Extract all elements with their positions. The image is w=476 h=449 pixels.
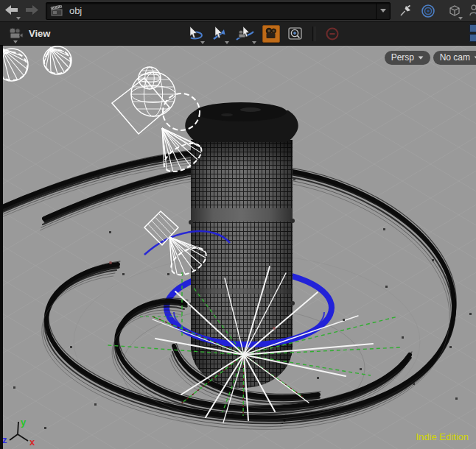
pin-button[interactable]	[399, 4, 413, 18]
edge-panel-icon	[469, 34, 476, 42]
clipped-edge-button[interactable]	[468, 4, 476, 18]
path-dropdown-button[interactable]	[376, 3, 390, 19]
forward-arrow-icon	[24, 4, 39, 17]
view-tumble-tool[interactable]	[186, 25, 204, 43]
zoom-box-icon	[287, 26, 304, 42]
viewport-canvas[interactable]: y z x	[0, 46, 476, 449]
back-arrow-icon	[4, 4, 19, 17]
network-path-field[interactable]: obj	[46, 2, 391, 20]
spotlight-wireframes	[0, 46, 211, 280]
path-bar: obj	[0, 0, 476, 22]
chevron-down-icon	[419, 56, 424, 59]
camera-label: No cam	[440, 51, 470, 65]
clipped-person-icon	[468, 4, 476, 18]
pan-cursor-icon	[211, 26, 228, 42]
view-dolly-tool[interactable]	[235, 25, 256, 43]
camera-icon	[264, 27, 279, 40]
obj-context-clapperboard-icon	[50, 5, 65, 17]
view-pan-tool[interactable]	[211, 25, 228, 43]
tab-view[interactable]: View	[7, 27, 50, 40]
pin-icon	[399, 4, 412, 18]
axis-x-label: x	[29, 436, 35, 448]
viewport: y z x Persp No cam Indie Edition	[0, 46, 476, 449]
wire-sphere-icon	[131, 72, 175, 116]
view-tab-label: View	[29, 28, 50, 39]
axis-z-label: z	[2, 434, 7, 445]
spotlight-cone-icon	[44, 48, 71, 74]
view-camera-icon	[7, 27, 24, 40]
tumble-cursor-icon	[187, 26, 203, 42]
chevron-down-icon	[200, 41, 205, 44]
chevron-down-icon	[252, 41, 256, 44]
context-path-label: obj	[69, 5, 376, 16]
forward-button[interactable]	[24, 4, 40, 18]
zoom-box-tool[interactable]	[287, 25, 304, 43]
view-camera-tool-active[interactable]	[262, 25, 280, 43]
houdini-window: obj	[0, 0, 476, 449]
chevron-down-icon	[225, 41, 229, 44]
camera-dropdown[interactable]: No cam	[433, 51, 476, 65]
back-history-chevron-icon	[16, 17, 21, 20]
viewport-left-edge	[0, 46, 3, 449]
cube-chevron-icon	[458, 17, 463, 20]
view-tools	[186, 22, 341, 46]
edge-panel-icon	[469, 24, 476, 32]
render-ring-disabled-tool[interactable]	[323, 25, 341, 43]
projection-label: Persp	[391, 51, 414, 65]
spotlight-rings-button[interactable]	[421, 4, 435, 18]
dolly-camera-cursor-icon	[236, 26, 255, 42]
view-toolbar: View	[0, 22, 476, 46]
viewbar-edge-buttons[interactable]	[469, 24, 476, 42]
back-button[interactable]	[4, 4, 20, 18]
projection-dropdown[interactable]: Persp	[385, 51, 430, 65]
geometry-cube-button[interactable]	[447, 4, 462, 18]
disabled-ring-icon	[324, 26, 340, 42]
view-tab-chevron-icon	[13, 40, 18, 43]
toolbar-separator	[312, 26, 315, 41]
axis-y-label: y	[21, 417, 27, 428]
cube-icon	[447, 4, 462, 18]
chevron-down-icon	[380, 9, 386, 13]
concentric-rings-icon	[421, 4, 435, 18]
